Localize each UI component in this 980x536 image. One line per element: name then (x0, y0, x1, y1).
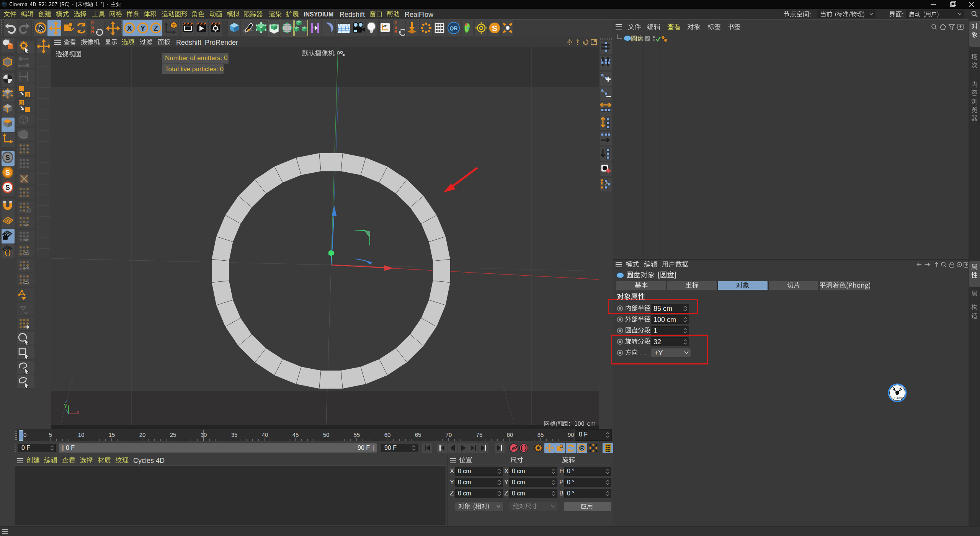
svg-text:R: R (91, 29, 94, 34)
svg-text:QR: QR (450, 25, 458, 31)
svg-text:S: S (5, 184, 10, 191)
svg-text:S: S (5, 154, 10, 162)
svg-text:R: R (601, 185, 604, 190)
svg-text:R: R (394, 29, 397, 34)
svg-text:X: X (127, 24, 132, 32)
svg-text:S: S (5, 169, 10, 176)
svg-text:Z: Z (154, 24, 158, 32)
svg-text:( ): ( ) (5, 249, 10, 256)
svg-text:S: S (492, 24, 497, 33)
svg-text:Y: Y (140, 24, 145, 32)
